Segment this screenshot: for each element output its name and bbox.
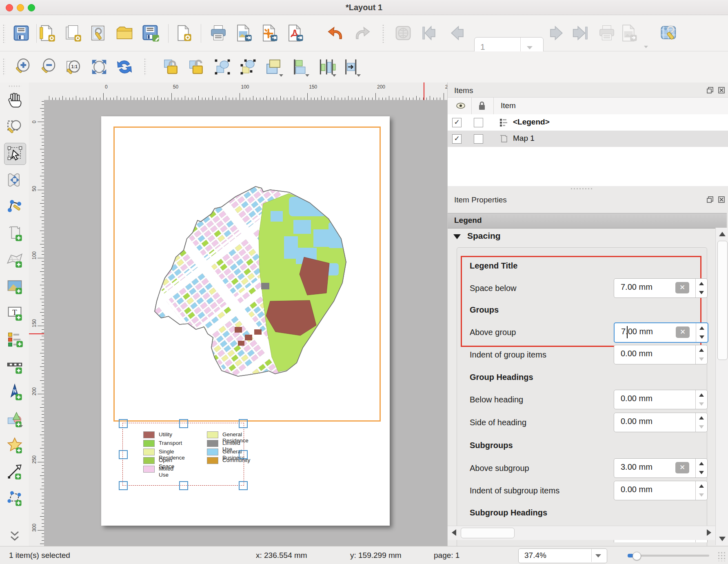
- selection-handle[interactable]: [239, 450, 248, 459]
- selection-handle[interactable]: [239, 481, 248, 490]
- print-atlas-button[interactable]: [596, 22, 617, 44]
- scrollbar-thumb[interactable]: [461, 528, 515, 538]
- indent-subgroup-spinbox[interactable]: 0.00 mm: [614, 481, 708, 500]
- item-properties-close-button[interactable]: [717, 195, 726, 204]
- items-row-legend[interactable]: ✓ <Legend>: [448, 114, 728, 131]
- zoom-full-button[interactable]: [89, 56, 110, 78]
- resize-items-dropdown-icon[interactable]: [357, 74, 361, 77]
- spin-up-icon[interactable]: [699, 416, 704, 420]
- distribute-items-dropdown-icon[interactable]: [332, 74, 336, 77]
- properties-scroll-area[interactable]: Spacing Legend Title Space below 7.00 mm…: [448, 228, 715, 564]
- zoom-tool-button[interactable]: [4, 116, 25, 138]
- scroll-left-arrow-icon[interactable]: [452, 529, 456, 536]
- scrollbar-thumb[interactable]: [717, 241, 728, 360]
- properties-vertical-scrollbar[interactable]: [715, 228, 728, 545]
- toolbar-grip[interactable]: [144, 58, 147, 76]
- visibility-checkbox[interactable]: ✓: [452, 134, 462, 144]
- add-scalebar-tool-button[interactable]: [4, 355, 25, 376]
- duplicate-layout-button[interactable]: [62, 22, 83, 44]
- export-atlas-dropdown-icon[interactable]: [644, 46, 648, 48]
- spin-down-icon[interactable]: [699, 493, 704, 497]
- visibility-checkbox[interactable]: ✓: [452, 118, 462, 127]
- space-below-spinbox[interactable]: 7.00 mm ✕: [614, 278, 708, 298]
- add-node-item-tool-button[interactable]: [4, 488, 25, 509]
- unlock-all-items-button[interactable]: [186, 56, 207, 78]
- add-shape-tool-button[interactable]: [4, 408, 25, 429]
- print-layout-button[interactable]: [208, 22, 229, 44]
- export-atlas-button[interactable]: [618, 22, 639, 44]
- selection-handle[interactable]: [119, 450, 128, 459]
- distribute-items-button[interactable]: [316, 56, 337, 78]
- open-template-button[interactable]: [114, 22, 135, 44]
- items-row-map[interactable]: ✓ Map 1: [448, 131, 728, 147]
- spinner-buttons[interactable]: [695, 481, 707, 500]
- atlas-preview-button[interactable]: [393, 22, 414, 44]
- lock-selected-items-button[interactable]: [161, 56, 182, 78]
- pan-tool-button[interactable]: [4, 90, 25, 111]
- export-as-svg-button[interactable]: [259, 22, 280, 44]
- export-as-pdf-button[interactable]: [284, 22, 306, 44]
- select-move-item-tool-button[interactable]: [4, 143, 26, 165]
- raise-items-button[interactable]: [263, 56, 284, 78]
- group-items-button[interactable]: [212, 56, 233, 78]
- new-layout-button[interactable]: [36, 22, 57, 44]
- atlas-previous-feature-button[interactable]: [446, 22, 468, 44]
- panel-splitter-handle[interactable]: [570, 187, 592, 190]
- atlas-first-feature-button[interactable]: [419, 22, 440, 44]
- toolbar-grip[interactable]: [8, 85, 21, 88]
- add-map-tool-button[interactable]: [4, 249, 25, 270]
- map-item-frame[interactable]: [113, 127, 381, 422]
- toolbar-grip[interactable]: [2, 24, 6, 43]
- add-label-tool-button[interactable]: T: [4, 302, 25, 323]
- move-item-content-tool-button[interactable]: [4, 169, 25, 191]
- indent-group-spinbox[interactable]: 0.00 mm: [614, 345, 708, 364]
- resize-items-button[interactable]: [340, 56, 362, 78]
- atlas-settings-button[interactable]: [658, 22, 679, 44]
- add-pages-button[interactable]: [173, 22, 194, 44]
- scroll-up-arrow-icon[interactable]: [719, 232, 726, 236]
- lock-checkbox[interactable]: [474, 118, 483, 127]
- spinner-buttons[interactable]: [695, 390, 707, 409]
- atlas-next-feature-button[interactable]: [546, 22, 567, 44]
- clear-value-button[interactable]: ✕: [675, 462, 689, 473]
- spinner-buttons[interactable]: [695, 413, 707, 432]
- clear-value-button[interactable]: ✕: [675, 282, 689, 293]
- add-shape-dropdown-icon[interactable]: [20, 425, 23, 427]
- above-subgroup-spinbox[interactable]: 3.00 mm ✕: [614, 458, 708, 478]
- spin-up-icon[interactable]: [699, 282, 704, 285]
- items-panel-float-button[interactable]: [706, 86, 715, 95]
- ungroup-items-button[interactable]: [237, 56, 259, 78]
- scroll-down-arrow-icon[interactable]: [719, 537, 726, 541]
- items-panel-close-button[interactable]: [717, 86, 726, 95]
- add-arrow-tool-button[interactable]: [4, 461, 25, 482]
- spin-up-icon[interactable]: [699, 484, 704, 488]
- add-marker-tool-button[interactable]: [4, 435, 25, 456]
- above-group-spinbox-focused[interactable]: 7.00 mm ✕: [614, 322, 708, 343]
- export-as-image-button[interactable]: [233, 22, 254, 44]
- spin-down-icon[interactable]: [699, 357, 704, 361]
- spin-down-icon[interactable]: [699, 471, 704, 474]
- save-as-template-button[interactable]: [140, 22, 161, 44]
- spin-up-icon[interactable]: [699, 326, 704, 330]
- spin-down-icon[interactable]: [699, 291, 704, 294]
- spin-up-icon[interactable]: [699, 462, 704, 465]
- zoom-level-combobox[interactable]: 37.4%: [518, 548, 607, 563]
- clear-value-button[interactable]: ✕: [676, 326, 690, 338]
- legend-item-selected[interactable]: Utility Transport Single Residence Open …: [122, 423, 244, 486]
- save-project-button[interactable]: [11, 22, 32, 44]
- align-items-dropdown-icon[interactable]: [305, 74, 309, 77]
- zoom-slider[interactable]: [628, 555, 709, 557]
- undo-button[interactable]: [325, 22, 346, 44]
- spinner-buttons[interactable]: [695, 279, 707, 298]
- spin-up-icon[interactable]: [699, 393, 704, 397]
- selection-handle[interactable]: [119, 481, 128, 490]
- add-north-arrow-tool-button[interactable]: N: [4, 382, 25, 403]
- refresh-view-button[interactable]: [114, 56, 135, 78]
- item-properties-float-button[interactable]: [706, 195, 715, 204]
- slider-handle[interactable]: [633, 552, 641, 560]
- add-picture-tool-button[interactable]: [4, 275, 25, 297]
- selection-handle[interactable]: [179, 419, 188, 428]
- lock-checkbox[interactable]: [474, 134, 483, 144]
- side-heading-spinbox[interactable]: 0.00 mm: [614, 413, 708, 432]
- below-heading-spinbox[interactable]: 0.00 mm: [614, 390, 708, 409]
